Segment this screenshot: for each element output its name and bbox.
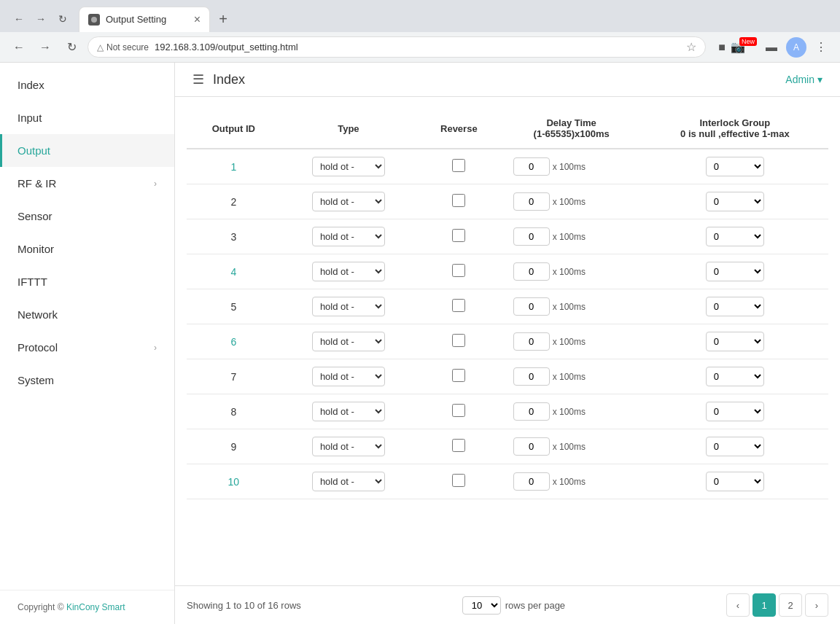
reverse-checkbox-row-8[interactable]: [452, 404, 465, 417]
prev-page-button[interactable]: ‹: [726, 593, 750, 617]
delay-input-row-6[interactable]: [513, 332, 550, 351]
nav-back-button[interactable]: ←: [9, 37, 29, 58]
sidebar-item-input[interactable]: Input: [0, 101, 174, 134]
delay-unit: x 100ms: [553, 302, 586, 312]
main-content: ☰ Index Admin ▾ Output ID Type Reverse D…: [175, 63, 840, 624]
type-select-row-5[interactable]: hold ot -momentarytimer: [312, 297, 385, 316]
type-select-row-7[interactable]: hold ot -momentarytimer: [312, 367, 385, 386]
forward-button[interactable]: →: [31, 9, 51, 29]
delay-input-row-3[interactable]: [513, 227, 550, 246]
delay-unit: x 100ms: [553, 162, 586, 172]
type-select-row-8[interactable]: hold ot -momentarytimer: [312, 402, 385, 421]
sidebar-nav: IndexInputOutputRF & IR›SensorMonitorIFT…: [0, 63, 174, 590]
nav-forward-button[interactable]: →: [35, 37, 55, 58]
sidebar-item-protocol[interactable]: Protocol›: [0, 331, 174, 364]
reverse-checkbox-row-7[interactable]: [452, 369, 465, 382]
reverse-checkbox-row-10[interactable]: [452, 474, 465, 487]
output-id-link-1[interactable]: 1: [230, 161, 236, 173]
sidebar-item-output[interactable]: Output: [0, 134, 174, 167]
tab-close-button[interactable]: ×: [194, 13, 201, 26]
next-page-button[interactable]: ›: [805, 593, 828, 617]
footer-copyright: Copyright ©: [18, 602, 66, 612]
footer-link[interactable]: KinCony Smart: [66, 602, 125, 612]
type-select-row-6[interactable]: hold ot -momentarytimer: [312, 332, 385, 351]
interlock-select-row-10[interactable]: 01234: [706, 472, 764, 491]
chevron-icon-protocol: ›: [154, 343, 157, 353]
reverse-checkbox-row-9[interactable]: [452, 439, 465, 452]
reverse-checkbox-row-2[interactable]: [452, 194, 465, 207]
delay-input-row-5[interactable]: [513, 297, 550, 316]
output-id-8: 8: [230, 406, 236, 418]
back-button[interactable]: ←: [9, 9, 29, 29]
delay-input-row-1[interactable]: [513, 157, 550, 176]
delay-input-row-8[interactable]: [513, 402, 550, 421]
table-header: Output ID Type Reverse Delay Time(1-6553…: [187, 109, 828, 149]
interlock-select-row-9[interactable]: 01234: [706, 437, 764, 456]
sidebar-item-monitor[interactable]: Monitor: [0, 233, 174, 265]
type-select-row-4[interactable]: hold ot -momentarytimer: [312, 262, 385, 281]
delay-unit: x 100ms: [553, 267, 586, 277]
new-badge: New: [739, 37, 757, 46]
interlock-select-row-4[interactable]: 01234: [706, 262, 764, 281]
interlock-select-row-6[interactable]: 01234: [706, 332, 764, 351]
output-id-link-4[interactable]: 4: [230, 266, 236, 278]
new-badge-button[interactable]: 📷 New: [736, 37, 757, 58]
active-tab[interactable]: Output Setting ×: [79, 7, 210, 32]
new-tab-button[interactable]: +: [213, 9, 233, 29]
hamburger-icon[interactable]: ☰: [192, 71, 204, 87]
more-menu-button[interactable]: ⋮: [811, 37, 831, 58]
delay-input-row-4[interactable]: [513, 262, 550, 281]
table-row: 4hold ot -momentarytimer x 100ms 01234: [187, 254, 828, 289]
refresh-button[interactable]: ↻: [52, 9, 73, 29]
rows-per-page-control: 10 25 50 rows per page: [462, 596, 565, 615]
extensions-button[interactable]: ■: [712, 37, 732, 58]
reverse-checkbox-row-6[interactable]: [452, 334, 465, 347]
sidebar-label-sensor: Sensor: [18, 210, 52, 222]
table-wrap: Output ID Type Reverse Delay Time(1-6553…: [175, 97, 840, 585]
sidebar-item-rf-ir[interactable]: RF & IR›: [0, 167, 174, 200]
nav-refresh-button[interactable]: ↻: [61, 37, 82, 58]
output-id-link-6[interactable]: 6: [230, 336, 236, 348]
delay-input-row-10[interactable]: [513, 472, 550, 491]
interlock-select-row-7[interactable]: 01234: [706, 367, 764, 386]
address-input-wrap[interactable]: △ Not secure 192.168.3.109/output_settin…: [88, 36, 706, 58]
delay-unit: x 100ms: [553, 477, 586, 487]
type-select-row-3[interactable]: hold ot -momentarytimer: [312, 227, 385, 246]
interlock-select-row-3[interactable]: 01234: [706, 227, 764, 246]
reverse-checkbox-row-5[interactable]: [452, 299, 465, 312]
interlock-select-row-8[interactable]: 01234: [706, 402, 764, 421]
reverse-checkbox-row-1[interactable]: [452, 159, 465, 172]
delay-input-row-9[interactable]: [513, 437, 550, 456]
sidebar-item-system[interactable]: System: [0, 364, 174, 397]
type-select-row-1[interactable]: hold ot -momentarytimer: [312, 157, 385, 176]
output-table: Output ID Type Reverse Delay Time(1-6553…: [187, 109, 828, 499]
delay-wrap-row-5: x 100ms: [513, 297, 630, 316]
sidebar-label-system: System: [18, 374, 54, 386]
reverse-checkbox-row-3[interactable]: [452, 229, 465, 242]
reverse-checkbox-row-4[interactable]: [452, 264, 465, 277]
profile-button[interactable]: A: [786, 37, 806, 58]
sidebar-label-output: Output: [18, 144, 50, 157]
col-interlock-group: Interlock Group0 is null ,effective 1-ma…: [642, 109, 828, 149]
rows-per-page-select[interactable]: 10 25 50: [462, 596, 501, 615]
interlock-select-row-2[interactable]: 01234: [706, 192, 764, 211]
sidebar-item-index[interactable]: Index: [0, 69, 174, 101]
admin-label: Admin: [785, 74, 814, 85]
type-select-row-9[interactable]: hold ot -momentarytimer: [312, 437, 385, 456]
extensions-puzzle-button[interactable]: ▬: [761, 37, 782, 58]
interlock-select-row-5[interactable]: 01234: [706, 297, 764, 316]
delay-input-row-2[interactable]: [513, 192, 550, 211]
admin-chevron-icon: ▾: [817, 74, 822, 85]
type-select-row-10[interactable]: hold ot -momentarytimer: [312, 472, 385, 491]
sidebar-item-sensor[interactable]: Sensor: [0, 200, 174, 233]
output-id-link-10[interactable]: 10: [228, 476, 240, 488]
sidebar-item-network[interactable]: Network: [0, 298, 174, 331]
star-icon[interactable]: ☆: [686, 40, 696, 54]
admin-button[interactable]: Admin ▾: [785, 74, 822, 85]
delay-input-row-7[interactable]: [513, 367, 550, 386]
interlock-select-row-1[interactable]: 01234: [706, 157, 764, 176]
page-1-button[interactable]: 1: [752, 593, 776, 617]
type-select-row-2[interactable]: hold ot -momentarytimer: [312, 192, 385, 211]
page-2-button[interactable]: 2: [779, 593, 802, 617]
sidebar-item-ifttt[interactable]: IFTTT: [0, 265, 174, 298]
